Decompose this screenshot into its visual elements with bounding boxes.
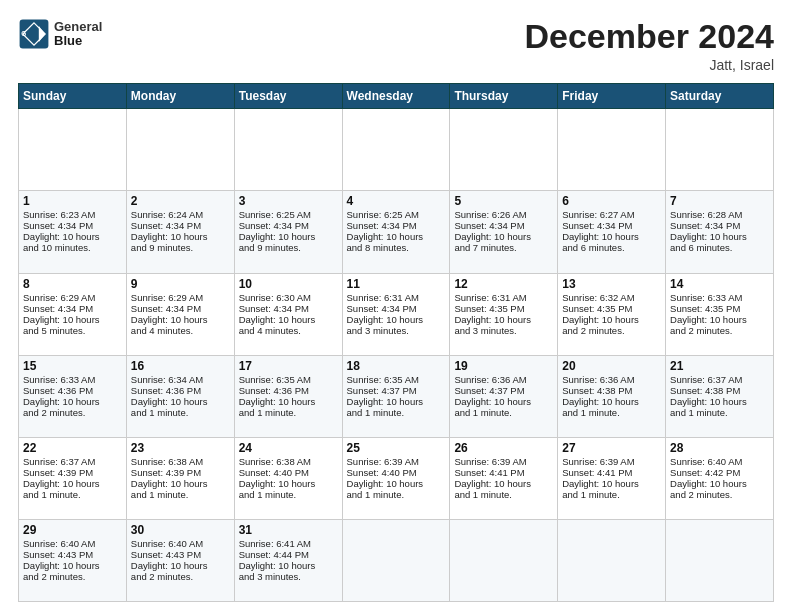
day-info-line: and 2 minutes. xyxy=(562,325,661,336)
day-info-line: and 7 minutes. xyxy=(454,242,553,253)
calendar-cell: 19Sunrise: 6:36 AMSunset: 4:37 PMDayligh… xyxy=(450,355,558,437)
day-info-line: Sunrise: 6:24 AM xyxy=(131,209,230,220)
day-info-line: Sunrise: 6:34 AM xyxy=(131,374,230,385)
calendar-cell: 31Sunrise: 6:41 AMSunset: 4:44 PMDayligh… xyxy=(234,519,342,601)
day-info-line: Sunset: 4:35 PM xyxy=(562,303,661,314)
day-info-line: Sunrise: 6:33 AM xyxy=(23,374,122,385)
calendar-cell: 8Sunrise: 6:29 AMSunset: 4:34 PMDaylight… xyxy=(19,273,127,355)
day-info-line: Daylight: 10 hours xyxy=(562,396,661,407)
day-info-line: Sunrise: 6:33 AM xyxy=(670,292,769,303)
day-number: 7 xyxy=(670,194,769,208)
calendar-cell xyxy=(234,109,342,191)
day-number: 31 xyxy=(239,523,338,537)
day-number: 18 xyxy=(347,359,446,373)
calendar-cell xyxy=(666,109,774,191)
day-info-line: and 9 minutes. xyxy=(239,242,338,253)
day-number: 27 xyxy=(562,441,661,455)
calendar-cell: 13Sunrise: 6:32 AMSunset: 4:35 PMDayligh… xyxy=(558,273,666,355)
day-info-line: Sunrise: 6:25 AM xyxy=(347,209,446,220)
day-number: 29 xyxy=(23,523,122,537)
day-info-line: and 1 minute. xyxy=(23,489,122,500)
day-number: 14 xyxy=(670,277,769,291)
calendar-week-row: 29Sunrise: 6:40 AMSunset: 4:43 PMDayligh… xyxy=(19,519,774,601)
calendar-cell: 17Sunrise: 6:35 AMSunset: 4:36 PMDayligh… xyxy=(234,355,342,437)
day-info-line: Daylight: 10 hours xyxy=(562,478,661,489)
day-number: 10 xyxy=(239,277,338,291)
calendar-cell: 6Sunrise: 6:27 AMSunset: 4:34 PMDaylight… xyxy=(558,191,666,273)
day-info-line: Sunset: 4:34 PM xyxy=(670,220,769,231)
day-number: 17 xyxy=(239,359,338,373)
day-info-line: Sunrise: 6:36 AM xyxy=(454,374,553,385)
day-info-line: Sunrise: 6:30 AM xyxy=(239,292,338,303)
day-info-line: Daylight: 10 hours xyxy=(23,314,122,325)
day-info-line: Daylight: 10 hours xyxy=(347,396,446,407)
day-info-line: Sunrise: 6:38 AM xyxy=(239,456,338,467)
day-number: 9 xyxy=(131,277,230,291)
calendar-week-row: 22Sunrise: 6:37 AMSunset: 4:39 PMDayligh… xyxy=(19,437,774,519)
day-info-line: Sunset: 4:42 PM xyxy=(670,467,769,478)
day-info-line: Sunrise: 6:40 AM xyxy=(23,538,122,549)
calendar-day-header: Sunday xyxy=(19,84,127,109)
logo-line1: General xyxy=(54,20,102,34)
calendar-cell xyxy=(558,109,666,191)
calendar-cell: 14Sunrise: 6:33 AMSunset: 4:35 PMDayligh… xyxy=(666,273,774,355)
day-info-line: Sunset: 4:34 PM xyxy=(347,220,446,231)
day-info-line: Sunset: 4:39 PM xyxy=(23,467,122,478)
calendar-cell: 23Sunrise: 6:38 AMSunset: 4:39 PMDayligh… xyxy=(126,437,234,519)
day-number: 20 xyxy=(562,359,661,373)
day-number: 12 xyxy=(454,277,553,291)
calendar-cell: 28Sunrise: 6:40 AMSunset: 4:42 PMDayligh… xyxy=(666,437,774,519)
day-info-line: Sunset: 4:35 PM xyxy=(454,303,553,314)
day-info-line: Daylight: 10 hours xyxy=(347,231,446,242)
day-info-line: Daylight: 10 hours xyxy=(670,231,769,242)
day-info-line: Sunset: 4:36 PM xyxy=(131,385,230,396)
day-info-line: and 1 minute. xyxy=(562,407,661,418)
day-info-line: and 1 minute. xyxy=(239,489,338,500)
day-info-line: and 1 minute. xyxy=(454,489,553,500)
day-info-line: Daylight: 10 hours xyxy=(131,231,230,242)
calendar-cell: 18Sunrise: 6:35 AMSunset: 4:37 PMDayligh… xyxy=(342,355,450,437)
calendar-cell: 20Sunrise: 6:36 AMSunset: 4:38 PMDayligh… xyxy=(558,355,666,437)
calendar-cell: 1Sunrise: 6:23 AMSunset: 4:34 PMDaylight… xyxy=(19,191,127,273)
day-info-line: and 10 minutes. xyxy=(23,242,122,253)
day-info-line: and 1 minute. xyxy=(347,489,446,500)
day-info-line: and 2 minutes. xyxy=(131,571,230,582)
day-info-line: Sunset: 4:34 PM xyxy=(239,303,338,314)
day-number: 25 xyxy=(347,441,446,455)
day-number: 30 xyxy=(131,523,230,537)
logo: G General Blue xyxy=(18,18,102,50)
day-info-line: Sunrise: 6:27 AM xyxy=(562,209,661,220)
calendar-cell xyxy=(558,519,666,601)
day-info-line: and 1 minute. xyxy=(347,407,446,418)
calendar-cell xyxy=(342,519,450,601)
day-info-line: and 3 minutes. xyxy=(347,325,446,336)
day-info-line: Daylight: 10 hours xyxy=(131,478,230,489)
calendar-week-row: 15Sunrise: 6:33 AMSunset: 4:36 PMDayligh… xyxy=(19,355,774,437)
day-info-line: Daylight: 10 hours xyxy=(670,478,769,489)
day-info-line: Daylight: 10 hours xyxy=(347,478,446,489)
day-number: 11 xyxy=(347,277,446,291)
day-info-line: Sunset: 4:38 PM xyxy=(670,385,769,396)
day-info-line: and 1 minute. xyxy=(454,407,553,418)
day-info-line: and 2 minutes. xyxy=(670,325,769,336)
day-info-line: Sunset: 4:34 PM xyxy=(131,303,230,314)
day-number: 24 xyxy=(239,441,338,455)
calendar-week-row: 1Sunrise: 6:23 AMSunset: 4:34 PMDaylight… xyxy=(19,191,774,273)
day-info-line: Sunrise: 6:39 AM xyxy=(562,456,661,467)
day-info-line: Daylight: 10 hours xyxy=(239,231,338,242)
calendar: SundayMondayTuesdayWednesdayThursdayFrid… xyxy=(18,83,774,602)
calendar-cell: 9Sunrise: 6:29 AMSunset: 4:34 PMDaylight… xyxy=(126,273,234,355)
day-info-line: Sunset: 4:34 PM xyxy=(562,220,661,231)
header: G General Blue December 2024 Jatt, Israe… xyxy=(18,18,774,73)
day-info-line: and 3 minutes. xyxy=(454,325,553,336)
day-info-line: Daylight: 10 hours xyxy=(562,314,661,325)
day-info-line: Sunset: 4:43 PM xyxy=(23,549,122,560)
calendar-cell: 30Sunrise: 6:40 AMSunset: 4:43 PMDayligh… xyxy=(126,519,234,601)
day-info-line: Sunset: 4:34 PM xyxy=(347,303,446,314)
day-info-line: Daylight: 10 hours xyxy=(131,560,230,571)
day-info-line: Sunrise: 6:28 AM xyxy=(670,209,769,220)
day-number: 16 xyxy=(131,359,230,373)
day-info-line: Sunset: 4:36 PM xyxy=(23,385,122,396)
calendar-cell xyxy=(450,109,558,191)
day-number: 6 xyxy=(562,194,661,208)
